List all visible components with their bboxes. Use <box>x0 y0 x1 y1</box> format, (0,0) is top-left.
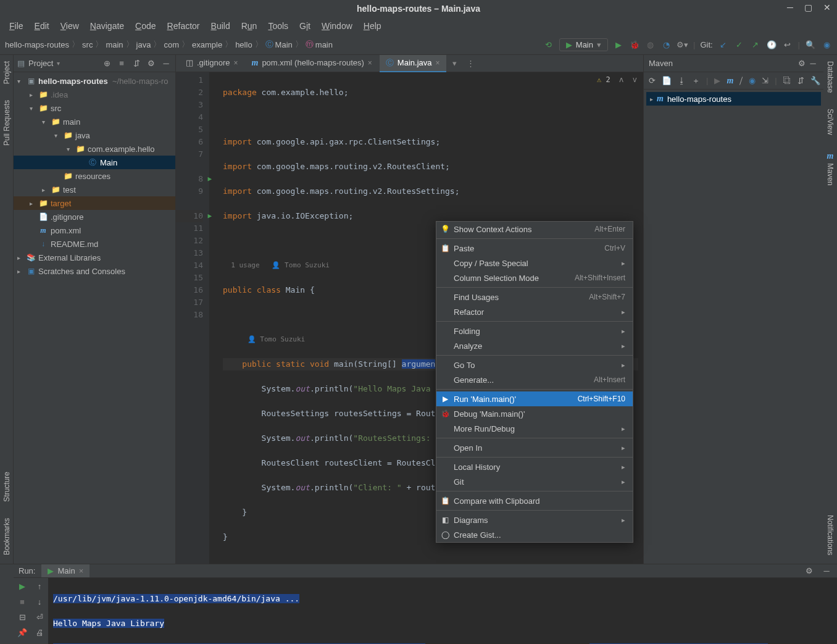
tree-resources[interactable]: 📁resources <box>14 169 175 183</box>
run-button[interactable]: ▶ <box>613 39 624 50</box>
ctx-diagrams[interactable]: ◧Diagrams▸ <box>436 512 633 527</box>
build-icon[interactable]: ⟲ <box>543 39 554 50</box>
ctx-show-context-actions[interactable]: 💡Show Context ActionsAlt+Enter <box>436 222 633 236</box>
tab-pom[interactable]: mpom.xml (hello-maps-routes)× <box>246 56 378 72</box>
minimize-button[interactable]: ─ <box>787 2 793 12</box>
run-config-select[interactable]: ▶ Main ▾ <box>559 38 608 51</box>
debug-button[interactable]: 🐞 <box>629 39 640 50</box>
menu-git[interactable]: Git <box>295 19 315 33</box>
right-tab-sciview[interactable]: SciView <box>825 106 836 137</box>
tree-main[interactable]: ▾📁main <box>14 115 175 128</box>
ctx-folding[interactable]: Folding▸ <box>436 324 633 338</box>
ctx-open-in[interactable]: Open In▸ <box>436 440 633 455</box>
menu-view[interactable]: View <box>56 19 83 33</box>
layout-icon[interactable]: ⊟ <box>19 613 26 622</box>
right-tab-database[interactable]: Database <box>825 59 836 95</box>
menu-code[interactable]: Code <box>131 19 160 33</box>
tree-target[interactable]: ▸📁target <box>14 196 175 210</box>
hide-icon[interactable]: ─ <box>821 566 832 577</box>
menu-edit[interactable]: Edit <box>30 19 54 33</box>
left-tab-bookmarks[interactable]: Bookmarks <box>1 516 12 558</box>
run-icon[interactable]: ▶ <box>714 75 720 86</box>
right-tab-notifications[interactable]: Notifications <box>825 512 836 558</box>
git-commit-icon[interactable]: ✓ <box>734 39 745 50</box>
tree-class-main[interactable]: ⒸMain <box>14 156 175 169</box>
menu-file[interactable]: File <box>5 19 28 33</box>
menu-build[interactable]: Build <box>207 19 235 33</box>
collapse-all-icon[interactable]: ⇵ <box>131 58 142 69</box>
close-button[interactable]: ✕ <box>823 2 831 12</box>
run-tab[interactable]: ▶Main× <box>41 564 90 577</box>
right-tab-maven[interactable]: m Maven <box>825 149 836 188</box>
bc-7[interactable]: Main <box>275 40 293 49</box>
coverage-button[interactable]: ◍ <box>645 39 656 50</box>
menu-window[interactable]: Window <box>317 19 357 33</box>
tab-main-java[interactable]: ⒸMain.java× <box>380 55 446 72</box>
tab-gitignore[interactable]: ◫.gitignore× <box>180 56 244 71</box>
menu-refactor[interactable]: Refactor <box>163 19 204 33</box>
inspection-widget[interactable]: ⚠ 2 ʌ v <box>597 73 637 86</box>
hide-icon[interactable]: ─ <box>807 58 818 69</box>
generate-sources-icon[interactable]: 📄 <box>662 75 672 86</box>
maven-m-icon[interactable]: m <box>727 75 733 86</box>
ctx-find-usages[interactable]: Find UsagesAlt+Shift+7 <box>436 290 633 304</box>
bc-4[interactable]: com <box>164 40 179 49</box>
menu-help[interactable]: Help <box>359 19 386 33</box>
maven-root-node[interactable]: ▸mhello-maps-routes <box>646 92 821 106</box>
close-icon[interactable]: × <box>79 566 84 575</box>
tab-dropdown-icon[interactable]: ▾ <box>448 59 462 68</box>
expand-all-icon[interactable]: ≡ <box>116 58 127 69</box>
collapse-all-icon[interactable]: ⇵ <box>797 75 804 86</box>
tree-readme[interactable]: ↓README.md <box>14 237 175 251</box>
gear-icon[interactable]: ⚙ <box>146 58 157 69</box>
console[interactable]: /usr/lib/jvm/java-1.11.0-openjdk-amd64/b… <box>48 578 837 644</box>
bc-8[interactable]: main <box>315 40 333 49</box>
bc-1[interactable]: src <box>82 40 93 49</box>
tree-root[interactable]: ▾▣hello-maps-routes ~/hello-maps-ro <box>14 74 175 88</box>
more-run-button[interactable]: ⚙▾ <box>677 39 688 50</box>
tree-scratches[interactable]: ▸▣Scratches and Consoles <box>14 264 175 278</box>
bc-6[interactable]: hello <box>235 40 252 49</box>
toggle-skip-icon[interactable]: ⧸ <box>739 75 743 86</box>
settings-sync-icon[interactable]: ◉ <box>821 39 832 50</box>
ctx-git[interactable]: Git▸ <box>436 474 633 489</box>
maximize-button[interactable]: ▢ <box>804 2 812 12</box>
menu-tools[interactable]: Tools <box>264 19 293 33</box>
pin-icon[interactable]: 📌 <box>17 628 27 637</box>
left-tab-structure[interactable]: Structure <box>1 469 12 504</box>
left-tab-pull-requests[interactable]: Pull Requests <box>1 98 12 148</box>
menu-navigate[interactable]: Navigate <box>86 19 128 33</box>
left-tab-project[interactable]: Project <box>1 59 12 86</box>
search-everywhere-icon[interactable]: 🔍 <box>805 39 816 50</box>
ctx-copy-paste-special[interactable]: Copy / Paste Special▸ <box>436 256 633 270</box>
tree-gitignore[interactable]: 📄.gitignore <box>14 210 175 224</box>
tab-more-icon[interactable]: ⋮ <box>463 59 478 68</box>
gear-icon[interactable]: ⚙ <box>796 58 807 69</box>
git-push-icon[interactable]: ↗ <box>750 39 761 50</box>
select-opened-icon[interactable]: ⊕ <box>101 58 112 69</box>
wrap-icon[interactable]: ⏎ <box>36 613 43 622</box>
tree-pkg[interactable]: ▾📁com.example.hello <box>14 142 175 156</box>
ctx-analyze[interactable]: Analyze▸ <box>436 338 633 353</box>
ctx-go-to[interactable]: Go To▸ <box>436 358 633 372</box>
ctx-column-selection-mode[interactable]: Column Selection ModeAlt+Shift+Insert <box>436 270 633 285</box>
profile-button[interactable]: ◔ <box>661 39 672 50</box>
deps-icon[interactable]: ⿻ <box>783 75 791 86</box>
ctx-generate-[interactable]: Generate...Alt+Insert <box>436 372 633 387</box>
collapse-icon[interactable]: ⇲ <box>762 75 768 86</box>
ctx-paste[interactable]: 📋PasteCtrl+V <box>436 241 633 256</box>
print-icon[interactable]: 🖨 <box>36 628 44 637</box>
hide-icon[interactable]: ─ <box>160 58 172 69</box>
git-rollback-icon[interactable]: ↩ <box>782 39 793 50</box>
down-icon[interactable]: ↓ <box>38 597 42 606</box>
menu-run[interactable]: Run <box>237 19 262 33</box>
ctx-compare-with-clipboard[interactable]: 📋Compare with Clipboard <box>436 493 633 508</box>
close-icon[interactable]: × <box>233 59 238 67</box>
download-icon[interactable]: ⭳ <box>678 75 686 86</box>
close-icon[interactable]: × <box>368 59 372 67</box>
git-history-icon[interactable]: 🕐 <box>766 39 777 50</box>
rerun-icon[interactable]: ▶ <box>19 582 25 591</box>
add-icon[interactable]: ＋ <box>692 75 700 86</box>
ctx-debug-main-main-[interactable]: 🐞Debug 'Main.main()' <box>436 406 633 421</box>
ctx-refactor[interactable]: Refactor▸ <box>436 304 633 319</box>
